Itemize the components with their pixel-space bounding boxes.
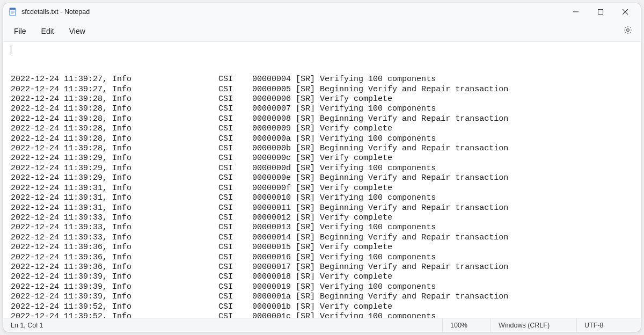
log-line: 2022-12-24 11:39:31, Info CSI 0000000f [… <box>11 184 641 193</box>
titlebar[interactable]: sfcdetails.txt - Notepad <box>3 3 641 20</box>
menubar: File Edit View <box>3 20 641 42</box>
log-line: 2022-12-24 11:39:39, Info CSI 0000001a [… <box>11 292 641 302</box>
log-line: 2022-12-24 11:39:29, Info CSI 0000000d [… <box>11 164 641 173</box>
text-editor-area[interactable]: 2022-12-24 11:39:27, Info CSI 00000004 [… <box>3 42 641 318</box>
log-line: 2022-12-24 11:39:33, Info CSI 00000012 [… <box>11 213 641 223</box>
close-button[interactable] <box>613 3 638 20</box>
log-line: 2022-12-24 11:39:27, Info CSI 00000005 [… <box>11 85 641 94</box>
gear-icon <box>623 25 633 37</box>
menu-file[interactable]: File <box>6 24 34 39</box>
status-zoom[interactable]: 100% <box>442 318 491 332</box>
log-line: 2022-12-24 11:39:39, Info CSI 00000018 [… <box>11 272 641 282</box>
log-line: 2022-12-24 11:39:28, Info CSI 00000006 [… <box>11 94 641 104</box>
status-cursor-position: Ln 1, Col 1 <box>3 318 50 332</box>
maximize-button[interactable] <box>588 3 613 20</box>
notepad-window: sfcdetails.txt - Notepad File Edit View <box>3 3 641 332</box>
log-line: 2022-12-24 11:39:36, Info CSI 00000015 [… <box>11 243 641 252</box>
menu-view[interactable]: View <box>62 24 93 39</box>
text-caret <box>11 45 11 54</box>
log-line: 2022-12-24 11:39:36, Info CSI 00000016 [… <box>11 253 641 263</box>
minimize-button[interactable] <box>564 3 588 20</box>
log-line: 2022-12-24 11:39:39, Info CSI 00000019 [… <box>11 282 641 292</box>
menu-edit[interactable]: Edit <box>34 24 62 39</box>
statusbar: Ln 1, Col 1 100% Windows (CRLF) UTF-8 <box>3 318 641 332</box>
svg-point-9 <box>627 28 630 31</box>
log-line: 2022-12-24 11:39:29, Info CSI 0000000c [… <box>11 154 641 163</box>
notepad-app-icon <box>9 8 17 16</box>
log-line: 2022-12-24 11:39:28, Info CSI 00000008 [… <box>11 114 641 124</box>
log-line: 2022-12-24 11:39:31, Info CSI 00000010 [… <box>11 193 641 203</box>
settings-button[interactable] <box>618 21 638 41</box>
log-line: 2022-12-24 11:39:28, Info CSI 00000009 [… <box>11 124 641 134</box>
window-controls <box>564 3 638 20</box>
log-line: 2022-12-24 11:39:27, Info CSI 00000004 [… <box>11 75 641 84</box>
log-line: 2022-12-24 11:39:31, Info CSI 00000011 [… <box>11 203 641 213</box>
log-line: 2022-12-24 11:39:52, Info CSI 0000001c [… <box>11 312 641 318</box>
status-line-ending[interactable]: Windows (CRLF) <box>491 318 576 332</box>
svg-rect-6 <box>598 10 603 14</box>
log-line: 2022-12-24 11:39:52, Info CSI 0000001b [… <box>11 302 641 312</box>
log-line: 2022-12-24 11:39:28, Info CSI 0000000b [… <box>11 144 641 154</box>
log-line: 2022-12-24 11:39:29, Info CSI 0000000e [… <box>11 173 641 183</box>
log-line: 2022-12-24 11:39:28, Info CSI 00000007 [… <box>11 104 641 114</box>
log-line: 2022-12-24 11:39:28, Info CSI 0000000a [… <box>11 134 641 144</box>
svg-rect-1 <box>10 8 16 10</box>
window-title: sfcdetails.txt - Notepad <box>21 8 90 16</box>
log-line: 2022-12-24 11:39:36, Info CSI 00000017 [… <box>11 263 641 272</box>
log-line: 2022-12-24 11:39:33, Info CSI 00000013 [… <box>11 223 641 232</box>
log-line: 2022-12-24 11:39:33, Info CSI 00000014 [… <box>11 233 641 243</box>
status-encoding[interactable]: UTF-8 <box>576 318 641 332</box>
